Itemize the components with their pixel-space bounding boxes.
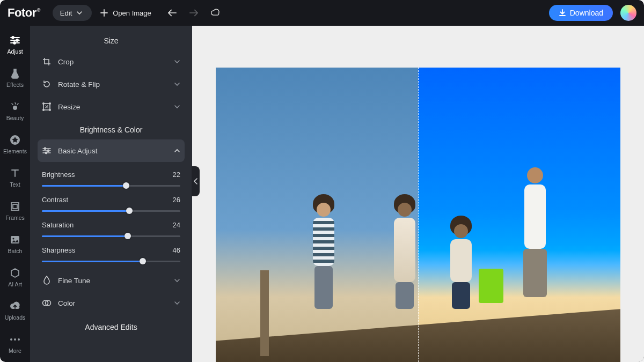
section-title-bc: Brightness & Color <box>38 125 185 134</box>
resize-icon <box>42 102 52 112</box>
chevron-down-icon <box>75 8 84 18</box>
slider-thumb[interactable] <box>125 233 131 239</box>
tool-rail: Adjust Effects Beauty Elements <box>0 26 30 362</box>
collapse-panel-button[interactable] <box>192 166 200 196</box>
slider-brightness[interactable] <box>42 182 180 189</box>
forward-button[interactable] <box>189 8 199 18</box>
section-title-advanced: Advanced Edits <box>38 323 185 331</box>
open-image-button[interactable]: Open Image <box>99 8 151 18</box>
frame-icon <box>9 201 21 212</box>
crop-icon <box>42 57 52 67</box>
photo-preview <box>216 68 620 362</box>
slider-label: Contrast <box>42 196 68 204</box>
rail-item-text[interactable]: Text <box>0 163 30 192</box>
dots-icon <box>9 334 21 345</box>
svg-point-3 <box>13 106 17 110</box>
cloud-sync-button[interactable] <box>210 8 220 18</box>
rail-item-batch[interactable]: Batch <box>0 230 30 258</box>
rail-item-elements[interactable]: Elements <box>0 130 30 159</box>
slider-saturation[interactable] <box>42 232 180 240</box>
drop-icon <box>42 276 52 285</box>
slider-value: 46 <box>173 246 180 254</box>
svg-point-10 <box>14 338 16 341</box>
slider-thumb[interactable] <box>123 182 129 189</box>
row-rotate-flip[interactable]: Rotate & Flip <box>38 73 185 95</box>
row-label: Resize <box>58 103 80 111</box>
svg-point-0 <box>12 36 14 39</box>
svg-rect-6 <box>13 204 17 209</box>
row-label: Color <box>58 299 75 307</box>
top-bar: Fotor® Edit Open Image <box>0 0 644 26</box>
rail-item-label: Elements <box>3 148 27 154</box>
sliders-icon <box>9 34 21 46</box>
edit-menu-label: Edit <box>60 9 72 17</box>
download-label: Download <box>570 9 603 17</box>
slider-thumb[interactable] <box>126 208 133 214</box>
eye-icon <box>9 101 21 113</box>
hexagon-icon <box>9 267 21 279</box>
row-fine-tune[interactable]: Fine Tune <box>38 269 185 292</box>
svg-point-13 <box>43 103 44 104</box>
chevron-down-icon <box>174 81 180 87</box>
sliders-icon <box>42 146 52 156</box>
slider-thumb[interactable] <box>140 258 146 264</box>
avatar[interactable] <box>620 5 636 21</box>
rail-item-label: Batch <box>8 248 23 254</box>
rail-item-label: Effects <box>6 82 24 88</box>
slider-sharpness[interactable] <box>42 257 180 265</box>
text-icon <box>9 167 21 179</box>
rail-item-label: Frames <box>5 215 25 221</box>
app-name: Fotor <box>8 6 36 19</box>
slider-value: 22 <box>173 171 180 179</box>
app-body: Adjust Effects Beauty Elements <box>0 26 644 362</box>
svg-point-15 <box>43 109 44 110</box>
app-logo: Fotor® <box>8 6 40 20</box>
rail-item-uploads[interactable]: Uploads <box>0 296 30 325</box>
row-label: Fine Tune <box>58 277 90 285</box>
plus-icon <box>99 8 109 18</box>
canvas-area[interactable] <box>192 26 644 362</box>
rail-item-ai-art[interactable]: AI Art <box>0 263 30 292</box>
compare-divider[interactable] <box>418 68 419 362</box>
svg-point-2 <box>13 42 16 44</box>
image-icon <box>9 234 21 246</box>
rail-item-label: Adjust <box>7 48 23 55</box>
svg-point-8 <box>12 238 14 239</box>
row-resize[interactable]: Resize <box>38 95 185 118</box>
cloud-up-icon <box>9 300 21 312</box>
svg-point-17 <box>44 147 46 149</box>
download-icon <box>559 9 566 17</box>
back-button[interactable] <box>167 8 177 18</box>
chevron-down-icon <box>174 300 180 306</box>
rail-item-label: AI Art <box>8 281 22 287</box>
download-button[interactable]: Download <box>549 5 613 21</box>
edit-menu[interactable]: Edit <box>53 5 92 21</box>
svg-point-16 <box>49 109 50 110</box>
chevron-up-icon <box>174 147 180 154</box>
rail-item-frames[interactable]: Frames <box>0 196 30 225</box>
adjust-panel: Size Crop Rotate & Flip <box>30 26 192 362</box>
slider-label: Brightness <box>42 171 75 179</box>
star-badge-icon <box>9 134 21 146</box>
slider-label: Sharpness <box>42 246 75 254</box>
slider-value: 24 <box>173 221 180 229</box>
svg-point-19 <box>45 152 47 153</box>
svg-point-18 <box>47 150 49 151</box>
row-label: Crop <box>58 58 74 66</box>
rail-item-more[interactable]: More <box>0 329 30 358</box>
chevron-down-icon <box>174 58 180 65</box>
rotate-icon <box>42 79 52 89</box>
rail-item-adjust[interactable]: Adjust <box>0 30 30 59</box>
open-image-label: Open Image <box>113 9 151 17</box>
chevron-down-icon <box>174 277 180 284</box>
row-crop[interactable]: Crop <box>38 50 185 73</box>
slider-contrast[interactable] <box>42 207 180 215</box>
svg-point-9 <box>10 338 12 341</box>
canvas-image <box>216 68 620 362</box>
rail-item-label: Text <box>10 181 20 188</box>
rail-item-label: More <box>9 348 21 354</box>
rail-item-beauty[interactable]: Beauty <box>0 97 30 125</box>
row-color[interactable]: Color <box>38 292 185 314</box>
row-basic-adjust[interactable]: Basic Adjust <box>38 139 185 162</box>
rail-item-effects[interactable]: Effects <box>0 63 30 92</box>
